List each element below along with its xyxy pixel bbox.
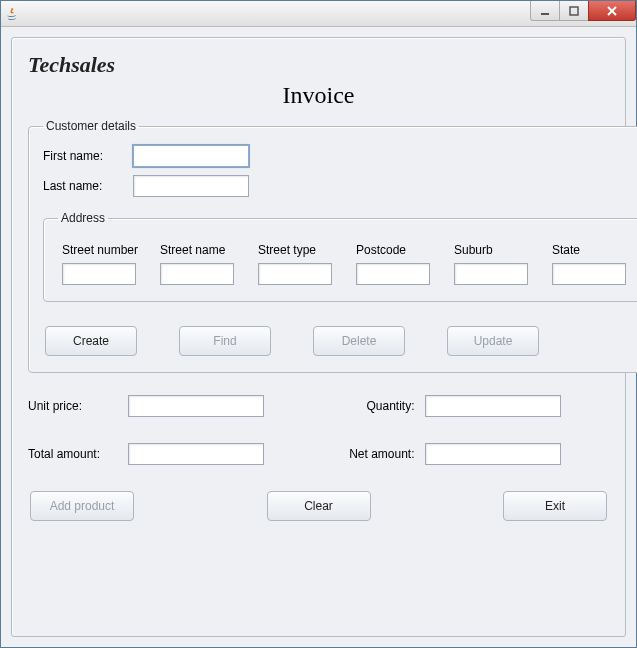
add-product-button[interactable]: Add product (30, 491, 134, 521)
titlebar[interactable] (1, 1, 636, 27)
last-name-input[interactable] (133, 175, 249, 197)
address-headers: Street number Street name Street type Po… (58, 237, 634, 257)
brand: Techsales (28, 52, 609, 78)
content-area: Techsales Invoice Customer details First… (1, 27, 636, 647)
window-controls (531, 1, 636, 21)
unit-price-input[interactable] (128, 395, 264, 417)
net-amount-label: Net amount: (319, 447, 415, 461)
street-type-label: Street type (258, 243, 336, 257)
state-input[interactable] (552, 263, 626, 285)
exit-button[interactable]: Exit (503, 491, 607, 521)
unit-price-label: Unit price: (28, 399, 128, 413)
clear-button[interactable]: Clear (267, 491, 371, 521)
first-name-input[interactable] (133, 145, 249, 167)
app-window: Techsales Invoice Customer details First… (0, 0, 637, 648)
street-number-input[interactable] (62, 263, 136, 285)
first-name-row: First name: (43, 145, 637, 167)
quantity-label: Quantity: (319, 399, 415, 413)
minimize-button[interactable] (530, 1, 560, 21)
street-name-input[interactable] (160, 263, 234, 285)
update-button[interactable]: Update (447, 326, 539, 356)
pricing-grid: Unit price: Quantity: Total amount: Net … (28, 395, 609, 465)
net-amount-input[interactable] (425, 443, 561, 465)
last-name-label: Last name: (43, 179, 133, 193)
street-name-label: Street name (160, 243, 238, 257)
java-icon (5, 6, 21, 22)
maximize-button[interactable] (559, 1, 589, 21)
address-fieldset: Address Street number Street name Street… (43, 211, 637, 302)
bottom-buttons: Add product Clear Exit (28, 491, 609, 521)
postcode-label: Postcode (356, 243, 434, 257)
quantity-input[interactable] (425, 395, 561, 417)
address-inputs (58, 257, 634, 285)
close-button[interactable] (588, 1, 636, 21)
street-type-input[interactable] (258, 263, 332, 285)
first-name-label: First name: (43, 149, 133, 163)
delete-button[interactable]: Delete (313, 326, 405, 356)
main-panel: Techsales Invoice Customer details First… (11, 37, 626, 637)
customer-buttons: Create Find Delete Update (43, 326, 637, 356)
customer-legend: Customer details (43, 119, 139, 133)
postcode-input[interactable] (356, 263, 430, 285)
street-number-label: Street number (62, 243, 140, 257)
total-amount-input[interactable] (128, 443, 264, 465)
customer-details-fieldset: Customer details First name: Last name: … (28, 119, 637, 373)
svg-rect-0 (541, 13, 549, 15)
suburb-label: Suburb (454, 243, 532, 257)
total-amount-label: Total amount: (28, 447, 128, 461)
address-legend: Address (58, 211, 108, 225)
state-label: State (552, 243, 630, 257)
suburb-input[interactable] (454, 263, 528, 285)
svg-rect-1 (570, 7, 578, 15)
find-button[interactable]: Find (179, 326, 271, 356)
page-title: Invoice (28, 82, 609, 109)
create-button[interactable]: Create (45, 326, 137, 356)
last-name-row: Last name: (43, 175, 637, 197)
